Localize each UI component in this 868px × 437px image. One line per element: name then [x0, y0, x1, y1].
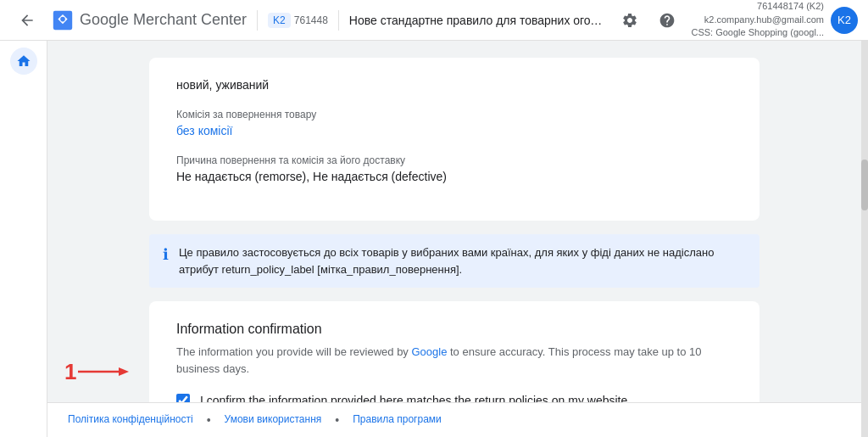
user-email: k2.company.hub@gmail.com — [691, 14, 824, 26]
field-return-fee-value: без комісії — [176, 124, 732, 137]
field-return-fee-label: Комісія за повернення товару — [176, 109, 732, 120]
help-button[interactable] — [650, 3, 684, 37]
confirm-title: Information confirmation — [176, 322, 732, 337]
sidebar — [0, 41, 47, 437]
svg-marker-4 — [119, 367, 129, 376]
info-box-text: Це правило застосовується до всіх товарі… — [179, 244, 746, 277]
fields-card: новий, уживаний Комісія за повернення то… — [149, 58, 760, 221]
user-account-full: 761448174 (K2) — [691, 0, 824, 13]
svg-point-2 — [60, 16, 65, 21]
annotation-1-arrow — [78, 363, 129, 380]
main-layout: новий, уживаний Комісія за повернення то… — [0, 41, 868, 437]
page-title: Нове стандартне правило для товарних ого… — [349, 14, 607, 27]
footer-separator-1: • — [207, 413, 211, 427]
scrollbar[interactable] — [861, 41, 868, 437]
back-button[interactable] — [10, 3, 44, 37]
app-header: Google Merchant Center K2 761448 Нове ст… — [0, 0, 868, 41]
header-actions — [613, 3, 684, 37]
scrollbar-thumb[interactable] — [861, 160, 868, 210]
field-return-reason: Причина повернення та комісія за його до… — [176, 154, 732, 183]
user-info: 761448174 (K2) k2.company.hub@gmail.com … — [691, 0, 824, 39]
confirm-desc: The information you provide will be revi… — [176, 344, 732, 377]
checkbox-row: I confirm the information provided here … — [176, 394, 732, 402]
k2-label: K2 — [268, 13, 291, 28]
app-logo: Google Merchant Center — [51, 8, 247, 32]
footer-separator-2: • — [335, 413, 339, 427]
header-divider — [257, 10, 258, 31]
confirm-checkbox[interactable] — [176, 394, 190, 402]
field-return-fee: Комісія за повернення товару без комісії — [176, 109, 732, 137]
sidebar-home[interactable] — [10, 48, 37, 75]
confirm-checkbox-label: I confirm the information provided here … — [200, 394, 627, 402]
footer-rules-link[interactable]: Правила програми — [353, 413, 442, 427]
annotation-1: 1 — [64, 361, 129, 383]
user-avatar[interactable]: K2 — [831, 7, 858, 34]
info-box: ℹ Це правило застосовується до всіх това… — [149, 234, 760, 288]
google-link[interactable]: Google — [411, 345, 447, 358]
app-name: Google Merchant Center — [80, 11, 247, 29]
confirm-desc-text: The information you provide will be revi… — [176, 345, 411, 358]
confirm-card: Information confirmation The information… — [149, 301, 760, 402]
field-condition-value: новий, уживаний — [176, 78, 732, 92]
page-footer: Політика конфіденційності • Умови викори… — [47, 402, 861, 437]
footer-terms-link[interactable]: Умови використання — [225, 413, 322, 427]
scroll-content: новий, уживаний Комісія за повернення то… — [47, 41, 861, 402]
footer-privacy-link[interactable]: Політика конфіденційності — [68, 413, 193, 427]
annotation-1-number: 1 — [64, 361, 76, 383]
account-id: 761448 — [294, 14, 328, 26]
field-return-reason-value: Не надається (remorse), Не надається (de… — [176, 170, 732, 183]
field-return-reason-label: Причина повернення та комісія за його до… — [176, 154, 732, 166]
info-icon: ℹ — [163, 245, 169, 264]
account-badge: K2 761448 — [268, 13, 328, 28]
user-css: CSS: Google Shopping (googl... — [691, 26, 824, 39]
field-condition: новий, уживаний — [176, 78, 732, 92]
settings-button[interactable] — [613, 3, 647, 37]
confirm-section: 1 Information confirmation The informati… — [149, 301, 760, 402]
content-area: новий, уживаний Комісія за повернення то… — [47, 41, 861, 437]
header-divider-2 — [338, 10, 339, 31]
